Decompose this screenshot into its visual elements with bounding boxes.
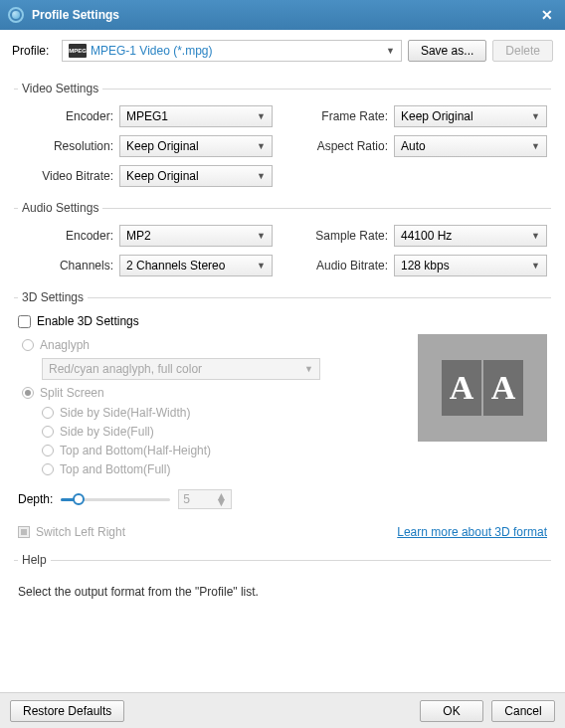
cancel-button[interactable]: Cancel: [491, 700, 555, 722]
close-icon[interactable]: ✕: [537, 5, 557, 25]
save-as-button[interactable]: Save as...: [408, 40, 486, 62]
sbs-full-radio: [42, 426, 54, 438]
anaglyph-mode-select: Red/cyan anaglyph, full color▼: [42, 358, 320, 380]
learn-more-3d-link[interactable]: Learn more about 3D format: [397, 525, 547, 539]
video-bitrate-select[interactable]: Keep Original▼: [119, 165, 273, 187]
profile-label: Profile:: [12, 44, 56, 58]
footer: Restore Defaults OK Cancel: [0, 692, 565, 728]
video-settings-legend: Video Settings: [18, 82, 102, 95]
audio-encoder-label: Encoder:: [18, 229, 113, 243]
aspect-ratio-select[interactable]: Auto▼: [394, 135, 547, 157]
chevron-down-icon: ▼: [257, 171, 266, 181]
switch-lr-label: Switch Left Right: [36, 525, 125, 539]
split-screen-radio: [22, 387, 34, 399]
tab-full-label: Top and Bottom(Full): [60, 462, 170, 476]
chevron-down-icon: ▼: [257, 141, 266, 151]
chevron-down-icon: ▼: [531, 231, 540, 241]
3d-settings-group: 3D Settings Enable 3D Settings Anaglyph …: [14, 290, 551, 539]
chevron-down-icon: ▼: [257, 111, 266, 121]
sbs-half-label: Side by Side(Half-Width): [60, 406, 190, 420]
help-group: Help Select the output format from the "…: [14, 553, 551, 599]
switch-lr-checkbox: [18, 526, 30, 538]
chevron-down-icon: ▼: [304, 364, 313, 374]
video-bitrate-label: Video Bitrate:: [18, 169, 113, 183]
profile-select[interactable]: MPEG MPEG-1 Video (*.mpg) ▼: [62, 40, 402, 62]
chevron-down-icon: ▼: [531, 111, 540, 121]
video-encoder-label: Encoder:: [18, 109, 113, 123]
tab-half-radio: [42, 445, 54, 456]
tab-full-radio: [42, 463, 54, 475]
frame-rate-label: Frame Rate:: [292, 109, 388, 123]
3d-settings-legend: 3D Settings: [18, 290, 88, 304]
chevron-down-icon: ▼: [257, 261, 266, 271]
sample-rate-select[interactable]: 44100 Hz▼: [394, 225, 547, 247]
enable-3d-label: Enable 3D Settings: [37, 314, 139, 328]
audio-settings-legend: Audio Settings: [18, 201, 102, 215]
video-encoder-select[interactable]: MPEG1▼: [119, 105, 273, 127]
help-legend: Help: [18, 553, 51, 567]
tab-half-label: Top and Bottom(Half-Height): [60, 444, 211, 457]
anaglyph-label: Anaglyph: [40, 338, 90, 352]
sbs-full-label: Side by Side(Full): [60, 425, 154, 439]
chevron-down-icon: ▼: [386, 46, 395, 56]
depth-slider: [61, 492, 170, 506]
split-screen-label: Split Screen: [40, 386, 104, 400]
aspect-ratio-label: Aspect Ratio:: [292, 139, 388, 153]
depth-label: Depth:: [18, 492, 53, 506]
anaglyph-radio: [22, 339, 34, 351]
3d-preview: AA: [418, 334, 547, 442]
channels-select[interactable]: 2 Channels Stereo▼: [119, 255, 273, 276]
window-title: Profile Settings: [32, 8, 537, 22]
chevron-down-icon: ▼: [215, 499, 227, 505]
audio-settings-group: Audio Settings Encoder: MP2▼ Sample Rate…: [14, 201, 551, 276]
app-logo-icon: [8, 7, 24, 23]
delete-button: Delete: [492, 40, 553, 62]
help-text: Select the output format from the "Profi…: [18, 585, 547, 599]
channels-label: Channels:: [18, 259, 113, 273]
enable-3d-checkbox[interactable]: [18, 315, 31, 328]
resolution-label: Resolution:: [18, 139, 113, 153]
chevron-down-icon: ▼: [531, 141, 540, 151]
ok-button[interactable]: OK: [420, 700, 483, 722]
titlebar: Profile Settings ✕: [0, 0, 565, 30]
sample-rate-label: Sample Rate:: [292, 229, 388, 243]
restore-defaults-button[interactable]: Restore Defaults: [10, 700, 124, 722]
resolution-select[interactable]: Keep Original▼: [119, 135, 273, 157]
audio-encoder-select[interactable]: MP2▼: [119, 225, 273, 247]
profile-value: MPEG-1 Video (*.mpg): [91, 44, 213, 58]
mpeg-icon: MPEG: [69, 44, 87, 58]
depth-spinner: 5▲▼: [178, 489, 232, 509]
audio-bitrate-select[interactable]: 128 kbps▼: [394, 255, 547, 276]
chevron-down-icon: ▼: [257, 231, 266, 241]
audio-bitrate-label: Audio Bitrate:: [292, 259, 388, 273]
sbs-half-radio: [42, 407, 54, 419]
video-settings-group: Video Settings Encoder: MPEG1▼ Frame Rat…: [14, 82, 551, 187]
frame-rate-select[interactable]: Keep Original▼: [394, 105, 547, 127]
chevron-down-icon: ▼: [531, 261, 540, 271]
